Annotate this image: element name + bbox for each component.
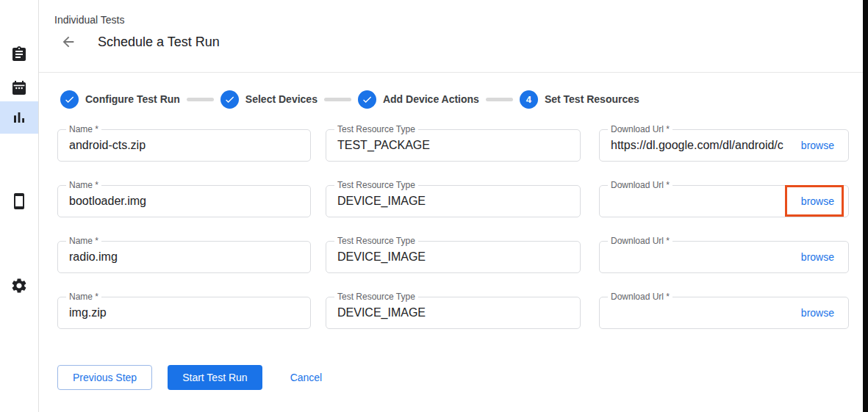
step-label: Set Test Resources <box>545 93 639 105</box>
resource-row: Name * img.zip Test Resource Type DEVICE… <box>57 297 849 329</box>
resource-type-label: Test Resource Type <box>334 124 418 135</box>
previous-step-button[interactable]: Previous Step <box>57 365 152 390</box>
sidebar-item-devices[interactable] <box>0 185 38 217</box>
step-select-devices[interactable]: Select Devices <box>220 90 318 109</box>
name-field[interactable]: Name * img.zip <box>57 297 311 329</box>
app-window: Individual Tests Schedule a Test Run Con… <box>0 0 868 412</box>
cancel-button[interactable]: Cancel <box>280 365 333 390</box>
resource-row: Name * bootloader.img Test Resource Type… <box>57 185 849 217</box>
resource-type-field[interactable]: Test Resource Type TEST_PACKAGE <box>326 129 581 162</box>
main-content: Individual Tests Schedule a Test Run Con… <box>39 0 863 412</box>
name-field[interactable]: Name * bootloader.img <box>57 185 311 217</box>
name-value[interactable]: img.zip <box>69 306 299 319</box>
resource-type-label: Test Resource Type <box>334 236 418 247</box>
smartphone-icon <box>10 192 28 210</box>
check-icon <box>64 94 75 105</box>
download-url-field[interactable]: Download Url * browse <box>599 185 849 217</box>
download-url-field[interactable]: Download Url * browse <box>599 297 849 329</box>
step-connector <box>187 98 214 101</box>
name-field[interactable]: Name * radio.img <box>57 241 311 273</box>
clipboard-icon <box>10 46 28 63</box>
browse-wrap: browse <box>795 129 840 162</box>
window-edge <box>863 0 868 412</box>
resource-type-value[interactable]: TEST_PACKAGE <box>337 139 569 152</box>
name-value[interactable]: bootloader.img <box>69 195 299 208</box>
step-number-badge: 4 <box>520 90 538 109</box>
name-value[interactable]: android-cts.zip <box>69 139 299 152</box>
arrow-back-icon <box>60 34 76 50</box>
name-field[interactable]: Name * android-cts.zip <box>57 129 311 162</box>
sidebar-item-test-runs[interactable] <box>0 101 38 134</box>
download-url-value[interactable]: https://dl.google.com/dl/android/c <box>611 139 795 152</box>
bar-chart-icon <box>10 109 28 126</box>
back-button[interactable] <box>59 32 78 51</box>
resource-row: Name * android-cts.zip Test Resource Typ… <box>57 129 849 162</box>
download-url-label: Download Url * <box>608 180 672 191</box>
step-add-device-actions[interactable]: Add Device Actions <box>358 90 479 109</box>
step-set-test-resources[interactable]: 4 Set Test Resources <box>520 90 639 109</box>
gear-icon <box>10 277 28 294</box>
page-title: Schedule a Test Run <box>98 35 220 50</box>
sidebar-item-settings[interactable] <box>0 270 38 302</box>
resource-row: Name * radio.img Test Resource Type DEVI… <box>57 241 849 273</box>
browse-wrap: browse <box>795 241 840 273</box>
step-label: Select Devices <box>245 93 318 105</box>
footer-actions: Previous Step Start Test Run Cancel <box>57 365 332 390</box>
sidebar <box>0 0 39 412</box>
download-url-label: Download Url * <box>608 292 672 303</box>
browse-button[interactable]: browse <box>797 137 839 154</box>
name-label: Name * <box>66 124 101 135</box>
browse-button[interactable]: browse <box>797 304 839 322</box>
step-label: Configure Test Run <box>85 93 180 105</box>
sidebar-item-tests[interactable] <box>0 38 38 71</box>
step-complete-icon <box>60 90 79 109</box>
name-value[interactable]: radio.img <box>69 250 299 264</box>
step-configure-test-run[interactable]: Configure Test Run <box>60 90 180 109</box>
resource-type-label: Test Resource Type <box>334 180 418 191</box>
resource-type-label: Test Resource Type <box>334 292 418 303</box>
resource-type-value[interactable]: DEVICE_IMAGE <box>337 250 569 264</box>
resource-type-value[interactable]: DEVICE_IMAGE <box>337 195 569 208</box>
step-connector <box>486 98 513 101</box>
header-divider <box>39 72 863 73</box>
title-row: Schedule a Test Run <box>54 32 220 51</box>
resource-type-field[interactable]: Test Resource Type DEVICE_IMAGE <box>326 241 581 273</box>
step-connector <box>324 98 351 101</box>
download-url-label: Download Url * <box>608 236 672 247</box>
calendar-icon <box>10 79 28 97</box>
step-complete-icon <box>220 90 239 109</box>
browse-highlight-box: browse <box>795 185 840 217</box>
breadcrumb: Individual Tests <box>54 14 124 26</box>
step-label: Add Device Actions <box>383 93 479 105</box>
download-url-label: Download Url * <box>608 124 672 135</box>
stepper: Configure Test Run Select Devices Add De… <box>60 89 639 109</box>
download-url-field[interactable]: Download Url * https://dl.google.com/dl/… <box>599 129 849 162</box>
browse-button[interactable]: browse <box>797 248 839 266</box>
start-test-run-button[interactable]: Start Test Run <box>168 365 262 390</box>
browse-button[interactable]: browse <box>797 192 839 210</box>
browse-wrap: browse <box>795 297 840 329</box>
name-label: Name * <box>66 236 101 247</box>
name-label: Name * <box>66 180 101 191</box>
name-label: Name * <box>66 292 101 303</box>
resource-type-value[interactable]: DEVICE_IMAGE <box>337 306 569 319</box>
resource-type-field[interactable]: Test Resource Type DEVICE_IMAGE <box>326 297 581 329</box>
step-number: 4 <box>526 94 531 105</box>
check-icon <box>224 94 235 105</box>
download-url-field[interactable]: Download Url * browse <box>599 241 849 273</box>
resource-type-field[interactable]: Test Resource Type DEVICE_IMAGE <box>326 185 581 217</box>
step-complete-icon <box>358 90 376 109</box>
check-icon <box>362 94 373 105</box>
sidebar-item-test-plans[interactable] <box>0 72 38 104</box>
